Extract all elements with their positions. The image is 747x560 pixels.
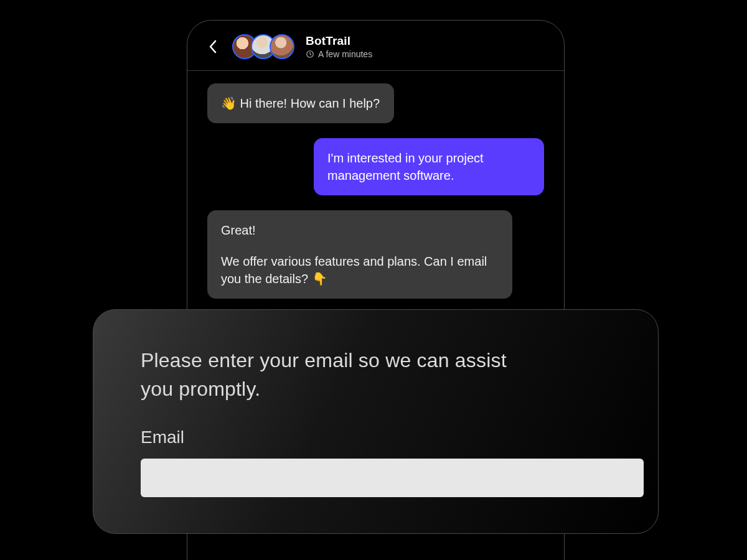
chat-header: BotTrail A few minutes [187,21,564,71]
bot-message: 👋 Hi there! How can I help? [207,83,394,123]
response-time-text: A few minutes [318,49,372,59]
clock-icon [306,50,314,58]
avatar [270,34,294,59]
back-button[interactable] [205,39,221,55]
avatar-stack [232,34,294,59]
chevron-left-icon [209,40,217,54]
app-title: BotTrail [306,34,372,48]
message-text: Great! [221,222,499,239]
email-field[interactable] [141,459,644,497]
message-list: 👋 Hi there! How can I help? I'm interest… [187,71,564,299]
message-text: I'm interested in your project managemen… [327,151,484,182]
bot-message: Great! We offer various features and pla… [207,210,512,299]
message-text: We offer various features and plans. Can… [221,253,499,287]
message-text: 👋 Hi there! How can I help? [221,96,380,110]
email-capture-sheet: Please enter your email so we can assist… [93,309,659,534]
response-time: A few minutes [306,49,372,59]
header-text: BotTrail A few minutes [306,34,372,59]
user-message: I'm interested in your project managemen… [314,138,544,195]
sheet-prompt: Please enter your email so we can assist… [141,346,527,404]
email-label: Email [141,427,611,447]
